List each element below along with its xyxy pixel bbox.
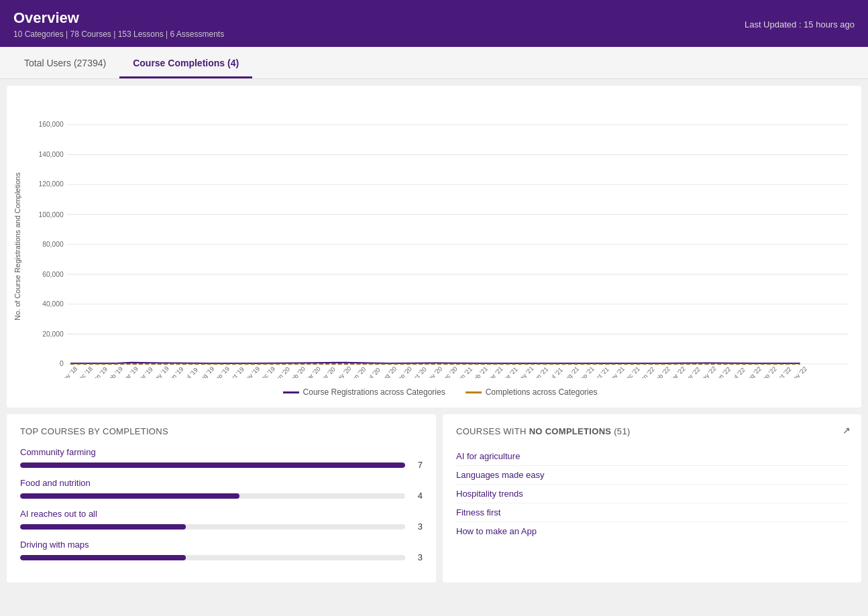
page-header: Overview 10 Categories | 78 Courses | 15…	[0, 0, 868, 47]
page-title: Overview	[13, 9, 224, 27]
bar-track-2	[20, 524, 405, 530]
svg-text:Apr '21: Apr '21	[500, 366, 519, 378]
legend-completions-label: Completions across Categories	[486, 387, 598, 397]
top-courses-panel: TOP COURSES BY COMPLETIONS Community far…	[7, 414, 436, 582]
svg-text:40,000: 40,000	[42, 300, 64, 308]
svg-text:Jun '21: Jun '21	[531, 366, 549, 378]
course-item-3: Driving with maps 3	[20, 540, 423, 562]
bar-row-0: 7	[20, 460, 423, 470]
bar-fill-0	[20, 463, 405, 468]
svg-text:Mar '20: Mar '20	[303, 365, 322, 378]
course-item-1: Food and nutrition 4	[20, 478, 423, 501]
svg-text:Jan '21: Jan '21	[455, 366, 474, 378]
top-courses-heading: TOP COURSES BY COMPLETIONS	[20, 426, 423, 436]
course-item-0: Community farming 7	[20, 447, 423, 470]
svg-text:Feb '22: Feb '22	[652, 365, 671, 378]
svg-text:Jul '21: Jul '21	[547, 367, 564, 378]
svg-text:Mar '21: Mar '21	[485, 365, 504, 378]
header-meta: 10 Categories | 78 Courses | 153 Lessons…	[13, 29, 224, 39]
svg-text:Dec '19: Dec '19	[257, 365, 276, 378]
svg-text:Sep '22: Sep '22	[759, 365, 778, 378]
svg-text:Jun '20: Jun '20	[348, 366, 367, 378]
svg-text:Jan '20: Jan '20	[272, 366, 291, 378]
svg-text:Nov '19: Nov '19	[241, 365, 261, 378]
bar-count-1: 4	[412, 491, 423, 501]
tabs-bar: Total Users (27394) Course Completions (…	[0, 47, 868, 79]
svg-text:Jan '19: Jan '19	[90, 366, 109, 378]
svg-text:Mar '19: Mar '19	[120, 365, 140, 378]
chart-legend: Course Registrations across Categories C…	[25, 387, 855, 397]
bar-track-0	[20, 463, 405, 468]
chart-section: No. of Course Registrations and Completi…	[7, 86, 861, 408]
bar-track-1	[20, 493, 405, 499]
no-completion-item-3[interactable]: Fitness first	[456, 503, 848, 522]
top-courses-heading-bold: TOP COURSES	[20, 426, 85, 436]
svg-text:Aug '22: Aug '22	[743, 365, 763, 378]
svg-text:Jul '19: Jul '19	[182, 367, 199, 378]
svg-text:20,000: 20,000	[42, 330, 64, 338]
top-courses-heading-suffix: BY COMPLETIONS	[85, 426, 168, 436]
svg-text:Apr '22: Apr '22	[683, 366, 702, 378]
svg-text:80,000: 80,000	[42, 241, 64, 248]
bar-track-3	[20, 555, 405, 560]
bottom-row: TOP COURSES BY COMPLETIONS Community far…	[7, 414, 861, 582]
bar-fill-1	[20, 493, 239, 499]
no-completions-heading-highlight: NO COMPLETIONS	[529, 426, 612, 436]
svg-text:Feb '21: Feb '21	[470, 365, 489, 378]
svg-text:Nov '21: Nov '21	[606, 365, 626, 378]
chart-area: 0 20,000 40,000 60,000 80,000 100,000 12…	[25, 97, 855, 397]
svg-text:Mar '22: Mar '22	[667, 365, 687, 378]
svg-text:Sep '21: Sep '21	[576, 365, 596, 378]
tab-total-users[interactable]: Total Users (27394)	[11, 47, 119, 78]
no-completions-list: AI for agriculture Languages made easy H…	[456, 447, 848, 540]
no-completion-item-2[interactable]: Hospitality trends	[456, 485, 848, 503]
no-completion-item-0[interactable]: AI for agriculture	[456, 447, 848, 466]
no-completions-panel: COURSES WITH NO COMPLETIONS (51) ↗ AI fo…	[443, 414, 861, 582]
svg-text:0: 0	[60, 360, 64, 367]
svg-text:Oct '20: Oct '20	[409, 366, 428, 378]
legend-registrations-line	[283, 391, 299, 393]
svg-text:Aug '19: Aug '19	[196, 365, 215, 378]
svg-text:160,000: 160,000	[38, 121, 63, 128]
legend-completions-line	[466, 391, 482, 393]
no-completion-item-4[interactable]: How to make an App	[456, 522, 848, 540]
svg-text:60,000: 60,000	[42, 271, 64, 278]
course-name-3[interactable]: Driving with maps	[20, 540, 423, 550]
svg-text:Jan '22: Jan '22	[637, 366, 656, 378]
svg-text:Dec '21: Dec '21	[622, 365, 641, 378]
svg-text:Feb '20: Feb '20	[287, 365, 307, 378]
svg-text:Dec '18: Dec '18	[74, 365, 94, 378]
svg-text:Oct '19: Oct '19	[227, 366, 246, 378]
bar-fill-3	[20, 555, 186, 560]
bar-row-1: 4	[20, 491, 423, 501]
y-axis-label: No. of Course Registrations and Completi…	[13, 97, 21, 397]
last-updated: Last Updated : 15 hours ago	[745, 19, 855, 29]
svg-text:Feb '19: Feb '19	[105, 365, 124, 378]
bar-row-2: 3	[20, 521, 423, 532]
svg-text:Nov '22: Nov '22	[789, 365, 808, 378]
course-name-0[interactable]: Community farming	[20, 447, 423, 457]
svg-text:Sep '20: Sep '20	[394, 365, 413, 378]
legend-registrations: Course Registrations across Categories	[283, 387, 445, 397]
svg-text:Oct '21: Oct '21	[592, 366, 610, 378]
svg-text:Dec '20: Dec '20	[439, 365, 459, 378]
bar-count-3: 3	[412, 552, 423, 562]
expand-icon[interactable]: ↗	[843, 425, 851, 436]
registrations-line	[70, 363, 800, 363]
no-completion-item-1[interactable]: Languages made easy	[456, 466, 848, 485]
x-axis-ticks: Nov '18 Dec '18 Jan '19 Feb '19 Mar '19 …	[59, 365, 808, 378]
legend-completions: Completions across Categories	[466, 387, 598, 397]
chart-svg: 0 20,000 40,000 60,000 80,000 100,000 12…	[25, 97, 855, 378]
svg-text:Sep '19: Sep '19	[211, 365, 231, 378]
svg-text:Apr '19: Apr '19	[135, 366, 154, 378]
no-completions-heading-prefix: COURSES WITH	[456, 426, 527, 436]
course-name-1[interactable]: Food and nutrition	[20, 478, 423, 488]
svg-text:Nov '20: Nov '20	[424, 365, 443, 378]
svg-text:Aug '21: Aug '21	[561, 365, 580, 378]
svg-text:Jul '22: Jul '22	[729, 367, 747, 378]
svg-text:Jun '22: Jun '22	[713, 366, 732, 378]
course-name-2[interactable]: AI reaches out to all	[20, 509, 423, 519]
tab-course-completions[interactable]: Course Completions (4)	[119, 47, 252, 78]
course-item-2: AI reaches out to all 3	[20, 509, 423, 532]
legend-registrations-label: Course Registrations across Categories	[303, 387, 445, 397]
